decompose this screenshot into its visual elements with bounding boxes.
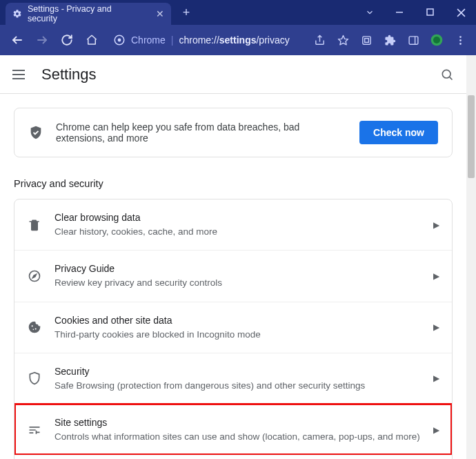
row-privacy-guide[interactable]: Privacy GuideReview key privacy and secu… — [14, 250, 452, 301]
window-controls — [355, 0, 476, 25]
settings-search-button[interactable] — [440, 68, 454, 81]
row-subtitle: Safe Browsing (protection from dangerous… — [54, 379, 421, 393]
share-icon[interactable] — [309, 28, 330, 52]
svg-point-19 — [442, 70, 450, 78]
window-more-icon[interactable] — [355, 0, 385, 25]
check-now-button[interactable]: Check now — [359, 121, 438, 144]
row-cookies[interactable]: Cookies and other site dataThird-party c… — [14, 302, 452, 353]
chevron-right-icon: ▶ — [433, 425, 439, 435]
svg-rect-1 — [427, 9, 433, 15]
row-subtitle: Review key privacy and security controls — [54, 276, 421, 290]
chrome-menu-button[interactable] — [450, 28, 470, 52]
row-clear-browsing-data[interactable]: Clear browsing dataClear history, cookie… — [14, 199, 452, 250]
row-title: Clear browsing data — [54, 211, 421, 225]
row-title: Privacy Guide — [54, 262, 421, 276]
row-privacy-sandbox[interactable]: Privacy SandboxTrial features are off — [14, 455, 452, 459]
omnibox-url: chrome://settings/privacy — [179, 35, 289, 46]
address-bar[interactable]: Chrome | chrome://settings/privacy — [109, 30, 304, 50]
settings-title: Settings — [41, 66, 97, 84]
svg-marker-22 — [33, 274, 37, 277]
profile-avatar[interactable] — [426, 28, 447, 52]
home-button[interactable] — [80, 28, 103, 52]
extension-1-icon[interactable] — [356, 28, 377, 52]
browser-toolbar: Chrome | chrome://settings/privacy — [0, 25, 476, 55]
tab-settings-privacy[interactable]: Settings - Privacy and security ✕ — [6, 3, 171, 25]
settings-header: Settings — [0, 55, 466, 94]
reload-button[interactable] — [55, 28, 79, 52]
compass-icon — [27, 268, 42, 284]
svg-rect-10 — [362, 36, 370, 43]
row-body: Clear browsing dataClear history, cookie… — [54, 211, 421, 239]
extensions-icon[interactable] — [379, 28, 400, 52]
window-titlebar: Settings - Privacy and security ✕ + — [0, 0, 476, 25]
svg-point-23 — [32, 325, 33, 326]
row-title: Security — [54, 364, 421, 379]
svg-point-15 — [433, 37, 440, 43]
svg-point-16 — [459, 36, 462, 38]
svg-rect-11 — [364, 38, 368, 42]
forward-button[interactable] — [30, 28, 54, 52]
svg-rect-0 — [396, 12, 403, 13]
scrollbar-thumb[interactable] — [468, 95, 475, 178]
row-subtitle: Controls what information sites can use … — [54, 430, 421, 444]
row-title: Site settings — [54, 416, 421, 430]
window-minimize-button[interactable] — [385, 0, 415, 25]
omnibox-prefix: Chrome — [131, 35, 166, 46]
svg-point-18 — [459, 43, 462, 45]
tab-title: Settings - Privacy and security — [28, 4, 143, 23]
tune-icon — [27, 422, 42, 438]
toolbar-actions — [309, 28, 470, 52]
row-title: Cookies and other site data — [54, 313, 421, 328]
row-body: Cookies and other site dataThird-party c… — [54, 313, 421, 342]
row-subtitle: Clear history, cookies, cache, and more — [54, 225, 421, 239]
cookie-icon — [27, 320, 42, 335]
settings-menu-button[interactable] — [12, 66, 29, 83]
row-body: Privacy GuideReview key privacy and secu… — [54, 262, 421, 290]
gear-icon — [12, 9, 22, 19]
chevron-right-icon: ▶ — [433, 322, 439, 332]
row-subtitle: Third-party cookies are blocked in Incog… — [54, 328, 421, 342]
window-close-button[interactable] — [446, 0, 476, 25]
chevron-right-icon: ▶ — [433, 271, 439, 281]
chrome-icon — [113, 34, 126, 46]
settings-content: Settings Chrome can help keep you safe f… — [0, 55, 476, 459]
row-body: Site settingsControls what information s… — [54, 416, 421, 444]
svg-point-17 — [459, 39, 462, 41]
chevron-right-icon: ▶ — [433, 220, 439, 230]
svg-point-25 — [33, 329, 34, 331]
privacy-settings-list: Clear browsing dataClear history, cookie… — [14, 199, 453, 459]
safety-check-banner: Chrome can help keep you safe from data … — [14, 108, 453, 157]
row-body: SecuritySafe Browsing (protection from d… — [54, 364, 421, 393]
svg-rect-12 — [409, 36, 418, 43]
svg-point-24 — [35, 329, 37, 330]
row-site-settings[interactable]: Site settingsControls what information s… — [14, 404, 452, 455]
window-maximize-button[interactable] — [415, 0, 446, 25]
bookmark-star-icon[interactable] — [333, 28, 353, 52]
safety-check-text: Chrome can help keep you safe from data … — [56, 121, 347, 144]
chevron-right-icon: ▶ — [433, 373, 439, 383]
shield-check-icon — [28, 125, 43, 140]
trash-icon — [27, 217, 42, 233]
back-button[interactable] — [6, 28, 29, 52]
shield-icon — [27, 371, 42, 386]
svg-point-7 — [118, 39, 121, 42]
new-tab-button[interactable]: + — [177, 3, 196, 22]
sidepanel-icon[interactable] — [403, 28, 424, 52]
section-title-privacy: Privacy and security — [0, 171, 466, 199]
svg-marker-9 — [338, 35, 348, 44]
svg-line-20 — [450, 77, 453, 79]
tab-close-icon[interactable]: ✕ — [156, 8, 164, 19]
row-security[interactable]: SecuritySafe Browsing (protection from d… — [14, 353, 452, 404]
